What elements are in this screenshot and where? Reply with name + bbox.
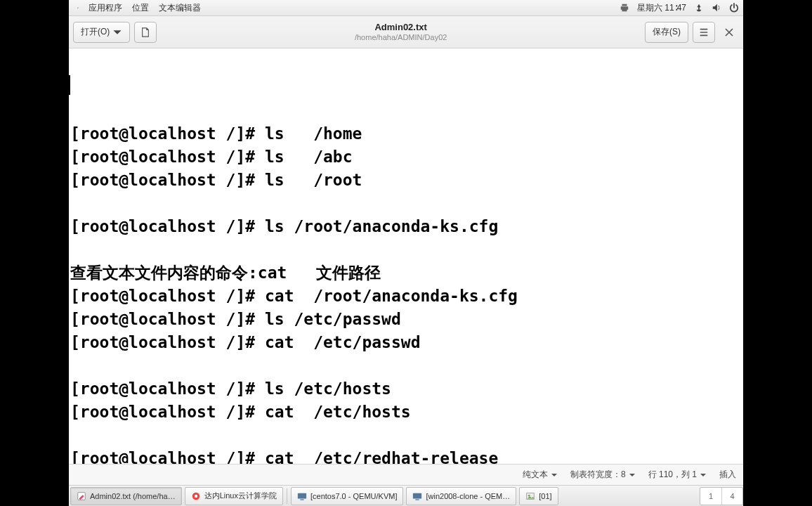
editor-line: [root@localhost /]# ls /etc/hosts — [69, 377, 743, 401]
menu-applications[interactable]: 应用程序 — [84, 1, 126, 15]
editor-line: [root@localhost /]# cat /root/anaconda-k… — [69, 285, 743, 308]
clock[interactable]: 星期六 11∶47 — [637, 2, 686, 14]
network-icon[interactable] — [693, 3, 704, 13]
image-viewer-icon — [525, 491, 535, 501]
tab-width-selector[interactable]: 制表符宽度：8 — [570, 469, 636, 481]
svg-rect-7 — [300, 499, 303, 500]
taskbar-item[interactable]: 达内Linux云计算学院 — [185, 487, 283, 505]
taskbar-item-label: Admin02.txt (/home/ha… — [90, 492, 176, 500]
text-cursor — [69, 75, 70, 95]
editor-line: [root@localhost /]# cat /etc/hosts — [69, 401, 743, 424]
top-menu-bar: 应用程序 位置 文本编辑器 星期六 11∶47 — [69, 0, 743, 16]
taskbar-item-label: [01] — [539, 492, 551, 500]
save-button[interactable]: 保存(S) — [645, 22, 688, 43]
hamburger-icon — [699, 27, 709, 37]
taskbar-item-label: 达内Linux云计算学院 — [204, 491, 277, 501]
editor-line — [69, 192, 743, 215]
editor-line — [69, 424, 743, 447]
svg-point-5 — [194, 494, 197, 497]
vm-icon — [297, 491, 307, 501]
taskbar-separator — [287, 488, 287, 504]
workspace-indicator[interactable]: 1 — [700, 488, 721, 505]
taskbar-item[interactable]: Admin02.txt (/home/ha… — [70, 487, 182, 505]
taskbar-item-label: [win2008-clone - QEM… — [426, 492, 510, 500]
editor-line — [69, 354, 743, 377]
document-icon — [140, 27, 150, 37]
hamburger-menu-button[interactable] — [693, 22, 715, 43]
taskbar-item[interactable]: [centos7.0 - QEMU/KVM] — [291, 487, 403, 505]
workspace-indicator[interactable]: 4 — [721, 488, 742, 505]
editor-line — [69, 238, 743, 261]
menu-text-editor[interactable]: 文本编辑器 — [155, 1, 205, 15]
svg-rect-6 — [298, 493, 306, 498]
editor-line: [root@localhost /]# ls /root — [69, 169, 743, 192]
editor-line: 查看文本文件内容的命令:cat 文件路径 — [69, 261, 743, 285]
title-area: Admin02.txt /home/haha/ADMIN/Day02 — [161, 22, 641, 42]
editor-line: [root@localhost /]# ls /etc/passwd — [69, 308, 743, 331]
svg-point-11 — [528, 494, 530, 496]
browser-icon — [191, 491, 201, 501]
editor-toolbar: 打开(O) Admin02.txt /home/haha/ADMIN/Day02… — [69, 16, 743, 48]
syntax-selector[interactable]: 纯文本 — [523, 469, 558, 481]
desktop-screen: 应用程序 位置 文本编辑器 星期六 11∶47 打开(O) — [69, 0, 743, 506]
editor-line: [root@localhost /]# ls /root/anaconda-ks… — [69, 215, 743, 238]
svg-rect-9 — [416, 499, 419, 500]
menu-places[interactable]: 位置 — [128, 1, 153, 15]
close-icon — [725, 28, 733, 37]
document-title: Admin02.txt — [374, 22, 426, 33]
close-button[interactable] — [719, 22, 739, 42]
workspace-pager[interactable]: 1 4 — [700, 487, 743, 505]
editor-line: [root@localhost /]# ls /abc — [69, 145, 743, 169]
editor-line: [root@localhost /]# cat /etc/passwd — [69, 331, 743, 354]
insert-mode: 插入 — [719, 469, 736, 481]
svg-point-0 — [78, 7, 79, 8]
new-document-button[interactable] — [134, 22, 157, 43]
taskbar-item[interactable]: [01] — [519, 487, 558, 505]
volume-icon[interactable] — [711, 3, 721, 13]
chevron-down-icon — [551, 472, 558, 479]
taskbar-item-label: [centos7.0 - QEMU/KVM] — [310, 492, 397, 500]
vm-icon — [412, 491, 422, 501]
svg-rect-8 — [413, 493, 421, 498]
power-icon[interactable] — [728, 3, 739, 13]
taskbar: Admin02.txt (/home/ha… 达内Linux云计算学院 [cen… — [69, 485, 743, 506]
chevron-down-icon — [629, 472, 636, 479]
editor-line: [root@localhost /]# ls /home — [69, 122, 743, 145]
taskbar-item[interactable]: [win2008-clone - QEM… — [406, 487, 516, 505]
chevron-down-icon — [112, 27, 122, 37]
gnome-logo-icon — [73, 3, 83, 13]
open-button[interactable]: 打开(O) — [73, 22, 130, 43]
document-path: /home/haha/ADMIN/Day02 — [355, 33, 447, 42]
chevron-down-icon — [700, 472, 707, 479]
gedit-icon — [77, 491, 86, 501]
status-bar: 纯文本 制表符宽度：8 行 110，列 1 插入 — [69, 464, 743, 485]
printer-icon[interactable] — [620, 3, 630, 13]
editor-line: [root@localhost /]# cat /etc/redhat-rele… — [69, 447, 743, 464]
editor-textarea[interactable]: [root@localhost /]# ls /home[root@localh… — [69, 48, 743, 464]
cursor-position[interactable]: 行 110，列 1 — [648, 469, 707, 481]
